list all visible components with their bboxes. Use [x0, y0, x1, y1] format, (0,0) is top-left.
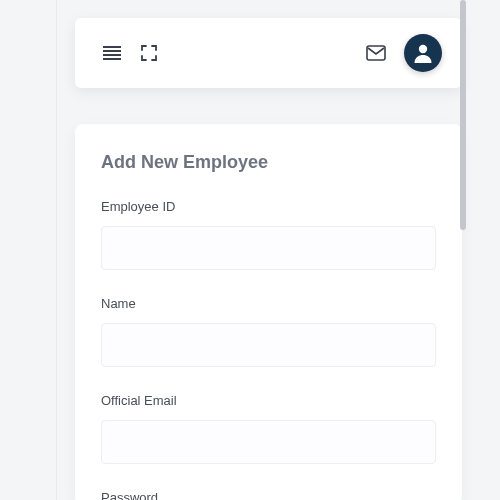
label-email: Official Email	[101, 393, 436, 408]
page-title: Add New Employee	[101, 152, 436, 173]
svg-point-5	[419, 45, 427, 53]
input-employee-id[interactable]	[101, 226, 436, 270]
field-employee-id: Employee ID	[101, 199, 436, 270]
add-employee-card: Add New Employee Employee ID Name Offici…	[75, 124, 462, 500]
topbar	[75, 18, 462, 88]
mail-icon[interactable]	[366, 45, 386, 61]
input-name[interactable]	[101, 323, 436, 367]
fullscreen-icon[interactable]	[141, 45, 157, 61]
avatar[interactable]	[404, 34, 442, 72]
label-password: Password	[101, 490, 436, 500]
field-email: Official Email	[101, 393, 436, 464]
label-name: Name	[101, 296, 436, 311]
field-password: Password	[101, 490, 436, 500]
menu-icon[interactable]	[103, 46, 121, 60]
input-email[interactable]	[101, 420, 436, 464]
sidebar-edge	[56, 0, 57, 500]
scrollbar-thumb[interactable]	[460, 0, 466, 230]
field-name: Name	[101, 296, 436, 367]
label-employee-id: Employee ID	[101, 199, 436, 214]
